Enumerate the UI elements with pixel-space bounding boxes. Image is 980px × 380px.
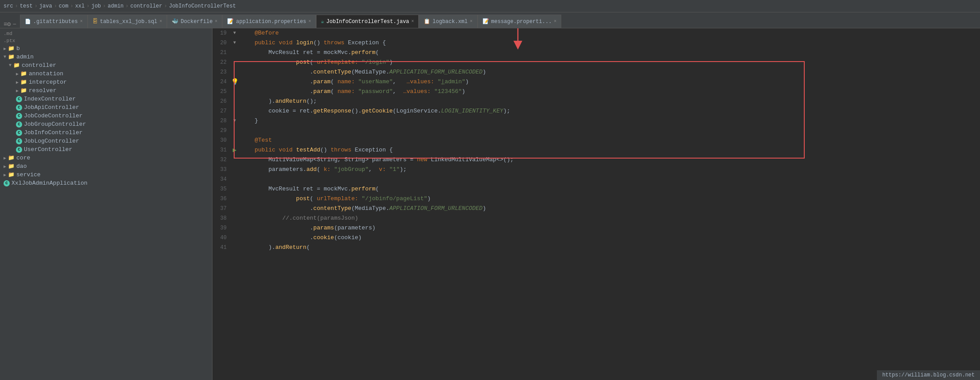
status-url[interactable]: https://william.blog.csdn.net xyxy=(882,372,975,378)
chevron-icon: ▶ xyxy=(16,88,19,93)
tab-close-icon[interactable]: × xyxy=(215,19,217,24)
collapse-icon[interactable]: ▼ xyxy=(233,38,236,48)
sidebar-label: b xyxy=(16,45,20,52)
sidebar-label: admin xyxy=(16,54,34,60)
breadcrumb-item[interactable]: job xyxy=(91,3,101,9)
tab-close-icon[interactable]: × xyxy=(470,19,473,24)
sidebar-item-jobinfo-controller[interactable]: C JobInfoController xyxy=(0,128,212,137)
class-icon: C xyxy=(16,138,22,144)
collapse-icon[interactable]: ▼ xyxy=(233,28,236,38)
sidebar-item-md[interactable]: .md xyxy=(0,30,212,37)
breadcrumb-item[interactable]: JobInfoControllerTest xyxy=(169,3,236,9)
status-bar: https://william.blog.csdn.net xyxy=(877,370,980,380)
sql-icon: 🗄 xyxy=(93,18,98,25)
tab-label: application.properties xyxy=(236,19,306,25)
sidebar-item-user-controller[interactable]: C UserController xyxy=(0,145,212,154)
java-icon: ☕ xyxy=(321,18,324,25)
chevron-icon: ▶ xyxy=(4,172,6,178)
class-icon: C xyxy=(16,113,22,119)
tab-bar: ≡ ⚙ − 📄 .gitattributes × 🗄 tables_xxl_jo… xyxy=(0,12,980,28)
sidebar-label: IndexController xyxy=(24,96,76,102)
sidebar-item-annotation[interactable]: ▶ 📁 annotation xyxy=(0,70,212,78)
toolbar-settings-icon[interactable]: ⚙ xyxy=(7,20,11,28)
code-editor[interactable]: 19 ▼ @Before 20 ▼ public void login() th… xyxy=(212,28,980,252)
sidebar-label: UserController xyxy=(24,146,72,153)
code-line-29: 29 xyxy=(212,126,980,136)
code-line-20: 20 ▼ public void login() throws Exceptio… xyxy=(212,38,980,48)
sidebar-item-admin[interactable]: ▼ 📁 admin xyxy=(0,53,212,61)
code-line-25: 25 .param( name: "password", …values: "1… xyxy=(212,87,980,97)
sidebar-label: resolver xyxy=(29,87,56,94)
code-line-21: 21 MvcResult ret = mockMvc.perform( xyxy=(212,48,980,58)
tab-label: logback.xml xyxy=(432,19,467,25)
tab-application-properties[interactable]: 📝 application.properties × xyxy=(222,15,316,28)
sidebar-label: JobLogController xyxy=(24,138,79,144)
sidebar-item-ptx[interactable]: .ptx xyxy=(0,37,212,44)
tab-sql[interactable]: 🗄 tables_xxl_job.sql × xyxy=(88,15,167,28)
toolbar-minimize-icon[interactable]: − xyxy=(12,21,16,28)
tab-label: Dockerfile xyxy=(181,19,212,25)
code-line-37: 37 .contentType(MediaType.APPLICATION_FO… xyxy=(212,204,980,213)
sidebar-item-resolver[interactable]: ▶ 📁 resolver xyxy=(0,86,212,95)
breadcrumb-item[interactable]: test xyxy=(20,3,33,9)
sidebar-item-b[interactable]: ▶ 📁 b xyxy=(0,44,212,53)
sidebar-label: service xyxy=(16,171,41,178)
breadcrumb-item[interactable]: xxl xyxy=(75,3,85,9)
tab-label: JobInfoControllerTest.java xyxy=(326,19,409,25)
run-icon[interactable]: ▶ xyxy=(233,145,236,155)
git-icon: 📄 xyxy=(25,19,31,24)
tab-close-icon[interactable]: × xyxy=(80,19,83,24)
code-line-26: 26 ).andReturn(); xyxy=(212,97,980,106)
tab-close-icon[interactable]: × xyxy=(159,19,162,24)
code-line-40: 40 .cookie(cookie) xyxy=(212,233,980,243)
sidebar-item-controller[interactable]: ▼ 📁 controller xyxy=(0,61,212,70)
tab-close-icon[interactable]: × xyxy=(309,19,311,24)
sidebar-label: interceptor xyxy=(29,79,67,85)
breadcrumb-item[interactable]: admin xyxy=(108,3,123,9)
tab-close-icon[interactable]: × xyxy=(554,19,556,24)
code-line-32: 32 MultiValueMap<String, String> paramet… xyxy=(212,155,980,165)
folder-icon: 📁 xyxy=(8,155,15,161)
sidebar-item-index-controller[interactable]: C IndexController xyxy=(0,95,212,103)
breadcrumb-item[interactable]: src xyxy=(4,3,13,9)
breadcrumb-item[interactable]: com xyxy=(59,3,69,9)
sidebar-item-jobcode-controller[interactable]: C JobCodeController xyxy=(0,112,212,120)
tab-gitattributes[interactable]: 📄 .gitattributes × xyxy=(20,15,88,28)
sidebar-item-dao[interactable]: ▶ 📁 dao xyxy=(0,162,212,171)
tab-close-icon[interactable]: × xyxy=(411,19,414,24)
tab-jobinfo-controller-test[interactable]: ☕ JobInfoControllerTest.java × xyxy=(316,15,419,28)
tab-message-properties[interactable]: 📝 message.properti... × xyxy=(478,15,562,28)
chevron-icon: ▶ xyxy=(4,155,6,161)
sidebar-item-joblog-controller[interactable]: C JobLogController xyxy=(0,137,212,145)
sidebar-item-service[interactable]: ▶ 📁 service xyxy=(0,171,212,179)
sidebar-label: core xyxy=(16,155,30,161)
code-line-36: 36 post( urlTemplate: "/jobinfo/pageList… xyxy=(212,194,980,204)
class-icon: C xyxy=(16,130,22,136)
sidebar-item-interceptor[interactable]: ▶ 📁 interceptor xyxy=(0,78,212,86)
chevron-icon: ▼ xyxy=(9,63,12,68)
code-line-33: 33 parameters.add( k: "jobGroup", v: "1"… xyxy=(212,165,980,174)
sidebar-item-xxljob-admin[interactable]: C XxlJobAdminApplication xyxy=(0,179,212,187)
collapse-icon[interactable]: ▼ xyxy=(233,116,236,126)
properties-icon: 📝 xyxy=(227,18,234,25)
folder-icon: 📁 xyxy=(8,163,15,170)
editor-area[interactable]: 19 ▼ @Before 20 ▼ public void login() th… xyxy=(212,28,980,380)
bulb-icon[interactable]: 💡 xyxy=(231,77,239,87)
sidebar-item-jobgroup-controller[interactable]: C JobGroupController xyxy=(0,120,212,128)
breadcrumb-item[interactable]: java xyxy=(39,3,52,9)
tab-logback[interactable]: 📋 logback.xml × xyxy=(419,15,477,28)
breadcrumb-item[interactable]: controller xyxy=(131,3,162,9)
class-icon: C xyxy=(4,180,10,186)
sidebar: .md .ptx ▶ 📁 b ▼ 📁 admin ▼ 📁 controller … xyxy=(0,28,212,380)
sidebar-item-jobapi-controller[interactable]: C JobApiController xyxy=(0,103,212,112)
sidebar-item-core[interactable]: ▶ 📁 core xyxy=(0,154,212,162)
red-arrow-annotation xyxy=(509,28,527,50)
breadcrumb: src › test › java › com › xxl › job › ad… xyxy=(0,0,980,12)
class-icon: C xyxy=(16,147,22,153)
code-line-19: 19 ▼ @Before xyxy=(212,28,980,38)
sidebar-label: JobApiController xyxy=(24,104,79,111)
tab-label: tables_xxl_job.sql xyxy=(100,19,158,25)
tab-dockerfile[interactable]: 🐳 Dockerfile × xyxy=(167,15,222,28)
code-line-31: 31 ▶ public void testAdd() throws Except… xyxy=(212,145,980,155)
folder-icon: 📁 xyxy=(20,70,27,77)
